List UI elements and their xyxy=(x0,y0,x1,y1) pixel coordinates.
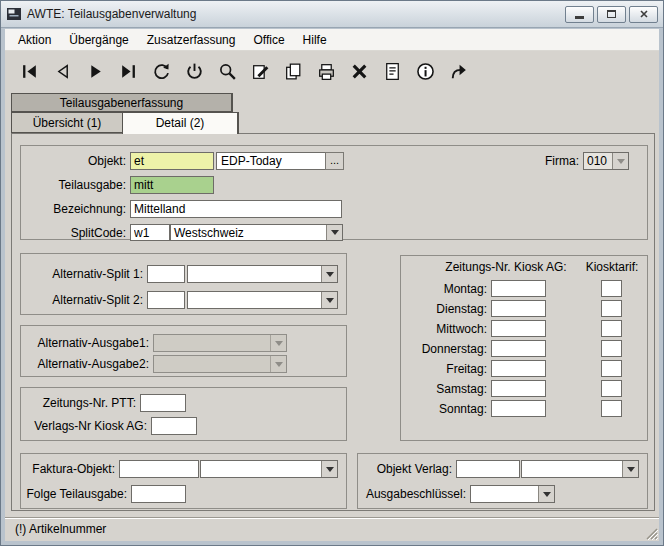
tab-uebersicht[interactable]: Übersicht (1) xyxy=(11,112,123,133)
alternativ-ausgabe-2-value xyxy=(154,356,270,372)
splitcode-select[interactable]: Westschweiz xyxy=(170,224,343,241)
chevron-down-icon xyxy=(331,230,339,235)
splitcode-input[interactable] xyxy=(130,224,170,241)
alternativ-split-group: Alternativ-Split 1: Alternativ-Split 2: xyxy=(20,253,347,315)
window-title: AWTE: Teilausgabenverwaltung xyxy=(27,7,562,21)
menu-office[interactable]: Office xyxy=(244,30,293,50)
objekt-verlag-input[interactable] xyxy=(456,460,520,478)
kiosktarif-input-donnerstag[interactable] xyxy=(601,340,622,357)
resize-grip[interactable] xyxy=(645,527,658,540)
status-text: (!) Artikelnummer xyxy=(15,522,106,536)
faktura-objekt-label: Faktura-Objekt: xyxy=(21,460,115,478)
app-window: AWTE: Teilausgabenverwaltung Aktion Über… xyxy=(0,0,664,546)
kiosk-nr-input-montag[interactable] xyxy=(491,280,546,297)
kiosk-nr-input-freitag[interactable] xyxy=(491,360,546,377)
alternativ-split-2-select[interactable] xyxy=(187,291,338,309)
kiosktarif-input-freitag[interactable] xyxy=(601,360,622,377)
print-button[interactable] xyxy=(314,59,339,84)
teilausgabe-input[interactable] xyxy=(130,176,214,194)
faktura-group: Faktura-Objekt: Folge Teilausgabe: xyxy=(20,453,347,509)
minimize-button[interactable] xyxy=(565,6,594,23)
kiosktarif-input-montag[interactable] xyxy=(601,280,622,297)
alternativ-split-2-input[interactable] xyxy=(147,291,185,309)
objekt-verlag-select[interactable] xyxy=(521,460,639,478)
tab-teilausgabenerfassung[interactable]: Teilausgabenerfassung xyxy=(11,93,233,112)
close-button[interactable] xyxy=(629,6,658,23)
objekt-group: Objekt: EDP-Today ... Firma: 010 Teilaus… xyxy=(20,145,648,240)
copy-button[interactable] xyxy=(281,59,306,84)
next-record-button[interactable] xyxy=(83,59,108,84)
notes-button[interactable] xyxy=(380,59,405,84)
alternativ-split-1-dropdown-button[interactable] xyxy=(321,266,337,282)
menu-hilfe[interactable]: Hilfe xyxy=(294,30,336,50)
alternativ-ausgabe-2-select xyxy=(153,355,287,373)
window-controls xyxy=(562,6,658,23)
objekt-verlag-dropdown-button[interactable] xyxy=(622,461,638,477)
info-button[interactable] xyxy=(413,59,438,84)
zeitungs-nr-ptt-label: Zeitungs-Nr. PTT: xyxy=(21,394,136,412)
kiosktarif-input-mittwoch[interactable] xyxy=(601,320,622,337)
delete-button[interactable] xyxy=(347,59,372,84)
maximize-icon xyxy=(607,10,616,18)
faktura-objekt-select[interactable] xyxy=(200,460,338,478)
export-button[interactable] xyxy=(446,59,471,84)
edit-button[interactable] xyxy=(248,59,273,84)
faktura-objekt-input[interactable] xyxy=(119,460,199,478)
objekt-browse-button[interactable]: ... xyxy=(325,152,344,170)
power-button[interactable] xyxy=(182,59,207,84)
objekt-code-input[interactable] xyxy=(130,152,214,170)
folge-teilausgabe-input[interactable] xyxy=(131,485,186,503)
kiosk-nr-input-dienstag[interactable] xyxy=(491,300,546,317)
kiosk-nr-input-sonntag[interactable] xyxy=(491,400,546,417)
next-record-icon xyxy=(85,61,106,82)
day-label-montag: Montag: xyxy=(401,280,487,298)
search-icon xyxy=(217,61,238,82)
title-bar[interactable]: AWTE: Teilausgabenverwaltung xyxy=(1,1,663,28)
day-label-samstag: Samstag: xyxy=(401,380,487,398)
alternativ-split-2-dropdown-button[interactable] xyxy=(321,292,337,308)
kiosktarif-input-dienstag[interactable] xyxy=(601,300,622,317)
alternativ-split-2-value xyxy=(188,292,321,308)
firma-select[interactable]: 010 xyxy=(583,152,629,170)
menu-aktion[interactable]: Aktion xyxy=(9,30,60,50)
menu-zusatzerfassung[interactable]: Zusatzerfassung xyxy=(138,30,245,50)
alternativ-split-1-select[interactable] xyxy=(187,265,338,283)
kiosk-nr-input-samstag[interactable] xyxy=(491,380,546,397)
last-record-button[interactable] xyxy=(116,59,141,84)
bezeichnung-input[interactable] xyxy=(130,200,342,218)
first-record-button[interactable] xyxy=(17,59,42,84)
search-button[interactable] xyxy=(215,59,240,84)
kiosk-nr-header: Zeitungs-Nr. Kiosk AG: xyxy=(431,260,581,274)
close-icon xyxy=(639,9,649,19)
objekt-name-field: EDP-Today xyxy=(216,152,326,170)
verlags-nr-kiosk-input[interactable] xyxy=(151,417,197,435)
alternativ-split-2-label: Alternativ-Split 2: xyxy=(21,291,143,309)
kiosk-nr-input-mittwoch[interactable] xyxy=(491,320,546,337)
ausgabeschluessel-dropdown-button[interactable] xyxy=(538,486,554,502)
faktura-objekt-dropdown-button[interactable] xyxy=(321,461,337,477)
ausgabeschluessel-select[interactable] xyxy=(470,485,555,503)
alternativ-split-1-input[interactable] xyxy=(147,265,185,283)
tab-detail[interactable]: Detail (2) xyxy=(122,112,239,134)
chevron-down-icon xyxy=(326,298,334,303)
chevron-down-icon xyxy=(326,467,334,472)
copy-icon xyxy=(283,61,304,82)
kiosktarif-input-sonntag[interactable] xyxy=(601,400,622,417)
firma-dropdown-button[interactable] xyxy=(612,153,628,169)
refresh-button[interactable] xyxy=(149,59,174,84)
kiosktarif-input-samstag[interactable] xyxy=(601,380,622,397)
delete-icon xyxy=(349,61,370,82)
splitcode-dropdown-button[interactable] xyxy=(326,225,342,240)
toolbar xyxy=(5,51,659,91)
chevron-down-icon xyxy=(275,341,283,346)
zeitungs-nr-ptt-input[interactable] xyxy=(140,394,186,412)
verlags-nr-kiosk-label: Verlags-Nr Kiosk AG: xyxy=(21,417,147,435)
alternativ-ausgabe-1-dropdown-button xyxy=(270,335,286,351)
ptt-group: Zeitungs-Nr. PTT: Verlags-Nr Kiosk AG: xyxy=(20,387,347,441)
day-label-donnerstag: Donnerstag: xyxy=(401,340,487,358)
kiosk-nr-input-donnerstag[interactable] xyxy=(491,340,546,357)
maximize-button[interactable] xyxy=(597,6,626,23)
alternativ-split-1-value xyxy=(188,266,321,282)
menu-uebergaenge[interactable]: Übergänge xyxy=(60,30,137,50)
previous-record-button[interactable] xyxy=(50,59,75,84)
